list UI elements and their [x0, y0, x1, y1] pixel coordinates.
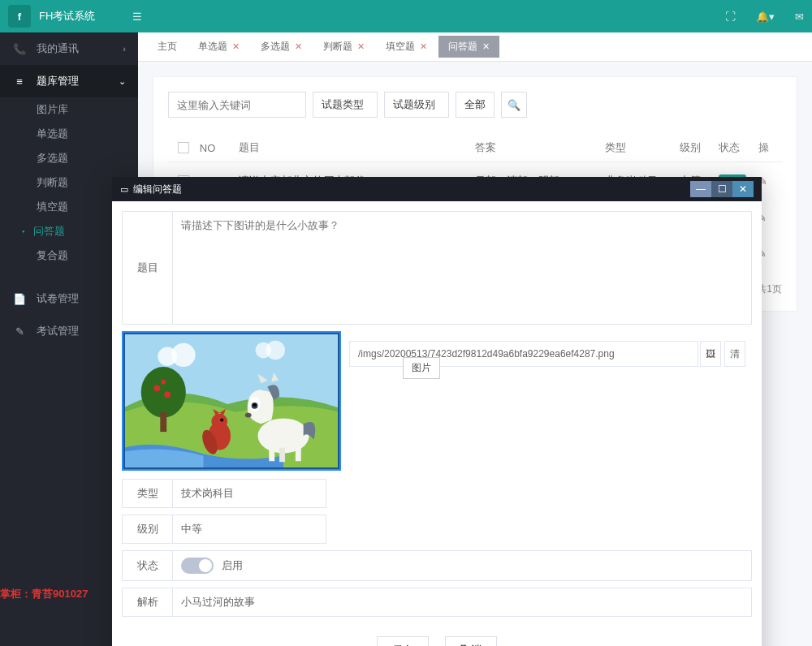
image-preview[interactable]: [122, 331, 341, 471]
maximize-button[interactable]: ☐: [711, 181, 732, 197]
label-analysis: 解析: [122, 588, 172, 617]
close-button[interactable]: ✕: [732, 181, 754, 197]
close-icon[interactable]: ✕: [482, 41, 490, 52]
col-answer: 答案: [475, 140, 605, 155]
col-action: 操: [758, 140, 782, 155]
document-icon: 📄: [12, 293, 27, 305]
svg-rect-17: [279, 448, 285, 463]
layers-icon: ≡: [12, 75, 27, 88]
app-logo: f: [8, 5, 31, 28]
status-toggle[interactable]: [181, 558, 214, 574]
sidebar-item-questionbank[interactable]: ≡ 题库管理 ⌄: [0, 65, 138, 97]
svg-point-8: [164, 391, 171, 398]
close-icon[interactable]: ✕: [295, 41, 302, 52]
svg-rect-6: [160, 412, 166, 432]
app-title: FH考试系统: [39, 9, 128, 24]
sidebar-sub-multi[interactable]: 多选题: [0, 146, 138, 170]
type-select-dialog[interactable]: 技术岗科目: [172, 479, 326, 508]
topbar: f FH考试系统 ☰ ⛶ 🔔▾ ✉: [0, 0, 812, 32]
svg-point-11: [211, 414, 227, 430]
svg-point-2: [171, 343, 196, 367]
topbar-actions: ⛶ 🔔▾ ✉: [725, 11, 804, 23]
svg-point-4: [266, 341, 285, 360]
search-icon: 🔍: [508, 99, 520, 111]
fullscreen-icon[interactable]: ⛶: [725, 11, 736, 23]
image-path-input[interactable]: /imgs/20200513/7423d2f9812d49a6bfa9229ea…: [349, 341, 698, 367]
svg-point-9: [161, 380, 166, 385]
dialog-title: 编辑问答题: [133, 183, 182, 196]
level-select[interactable]: 试题级别: [384, 92, 449, 118]
svg-point-21: [245, 413, 252, 418]
label-status: 状态: [122, 550, 172, 581]
watermark: 掌柜：青苔901027: [0, 587, 88, 601]
minimize-button[interactable]: —: [690, 181, 711, 197]
bell-icon[interactable]: 🔔▾: [756, 11, 775, 23]
tab-home[interactable]: 主页: [148, 36, 187, 58]
tab-multi[interactable]: 多选题✕: [251, 36, 312, 58]
col-type: 类型: [605, 140, 680, 155]
sidebar-sub-imagelib[interactable]: 图片库: [0, 97, 138, 122]
tab-judge[interactable]: 判断题✕: [313, 36, 374, 58]
sidebar-sub-single[interactable]: 单选题: [0, 122, 138, 146]
col-no: NO: [200, 142, 239, 154]
label-level: 级别: [122, 515, 172, 544]
table-header: NO 题目 答案 类型 级别 状态 操: [168, 134, 782, 162]
col-level: 级别: [680, 140, 719, 155]
cancel-button[interactable]: 取消: [445, 636, 497, 646]
col-question: 题目: [239, 140, 475, 155]
search-button[interactable]: 🔍: [501, 92, 527, 118]
svg-point-7: [153, 385, 160, 391]
tab-bar: 主页 单选题✕ 多选题✕ 判断题✕ 填空题✕ 问答题✕: [138, 32, 812, 62]
clear-image-button[interactable]: 清: [724, 341, 745, 367]
image-picker-button[interactable]: 🖼: [700, 341, 721, 367]
col-status: 状态: [719, 140, 758, 155]
analysis-input[interactable]: 小马过河的故事: [172, 588, 752, 617]
image-tooltip: 图片: [403, 357, 440, 379]
edit-dialog: ▭ 编辑问答题 — ☐ ✕ 题目: [112, 177, 762, 646]
close-icon[interactable]: ✕: [420, 41, 427, 52]
svg-point-5: [141, 367, 186, 418]
mail-icon[interactable]: ✉: [795, 11, 804, 23]
question-textarea[interactable]: [172, 211, 752, 325]
tab-essay[interactable]: 问答题✕: [438, 36, 499, 58]
svg-rect-15: [269, 444, 274, 461]
level-select-dialog[interactable]: 中等: [172, 515, 326, 544]
label-type: 类型: [122, 479, 172, 508]
chevron-down-icon: ⌄: [119, 76, 126, 87]
phone-icon: 📞: [12, 43, 27, 55]
select-all-checkbox[interactable]: [178, 142, 189, 153]
dialog-header[interactable]: ▭ 编辑问答题 — ☐ ✕: [112, 177, 762, 201]
svg-point-20: [253, 403, 257, 407]
close-icon[interactable]: ✕: [357, 41, 365, 52]
chevron-right-icon: ›: [123, 44, 126, 54]
type-select[interactable]: 试题类型: [313, 92, 378, 118]
keyword-input[interactable]: [168, 92, 306, 118]
save-button[interactable]: 保存: [377, 636, 429, 646]
label-question: 题目: [122, 211, 172, 325]
edit-icon: ✎: [12, 325, 27, 338]
hamburger-icon[interactable]: ☰: [132, 11, 142, 23]
tab-single[interactable]: 单选题✕: [188, 36, 249, 58]
window-icon: ▭: [120, 184, 128, 195]
filter-bar: 试题类型 试题级别 全部 🔍: [168, 92, 782, 118]
svg-point-13: [220, 418, 223, 421]
close-icon[interactable]: ✕: [232, 41, 240, 52]
image-row: /imgs/20200513/7423d2f9812d49a6bfa9229ea…: [122, 331, 752, 471]
all-button[interactable]: 全部: [456, 92, 495, 118]
tab-fill[interactable]: 填空题✕: [376, 36, 437, 58]
sidebar-item-contacts[interactable]: 📞 我的通讯 ›: [0, 32, 138, 65]
svg-rect-16: [296, 444, 301, 461]
status-toggle-row: 启用: [172, 550, 752, 581]
